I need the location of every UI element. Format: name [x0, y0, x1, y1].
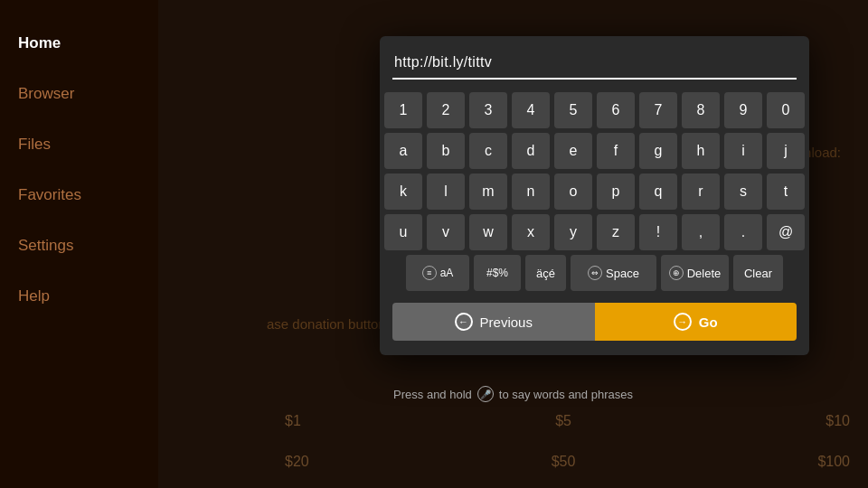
key-p[interactable]: p — [597, 174, 635, 210]
key-t[interactable]: t — [767, 174, 805, 210]
sidebar-item-files[interactable]: Files — [0, 119, 158, 170]
key-at[interactable]: @ — [767, 214, 805, 250]
go-icon: → — [674, 313, 692, 331]
previous-button[interactable]: ← Previous — [392, 303, 595, 341]
key-period[interactable]: . — [724, 214, 762, 250]
key-delete[interactable]: ⊕ Delete — [661, 255, 729, 291]
key-y[interactable]: y — [554, 214, 592, 250]
key-i[interactable]: i — [724, 133, 762, 169]
amounts-row-1: $1 $5 $10 — [285, 413, 850, 429]
key-g[interactable]: g — [639, 133, 677, 169]
key-accent[interactable]: äçé — [525, 255, 566, 291]
key-n[interactable]: n — [512, 174, 550, 210]
amounts-row-2: $20 $50 $100 — [285, 454, 850, 470]
key-s[interactable]: s — [724, 174, 762, 210]
key-b[interactable]: b — [427, 133, 465, 169]
sidebar-item-help[interactable]: Help — [0, 271, 158, 322]
key-6[interactable]: 6 — [597, 92, 635, 128]
key-a[interactable]: a — [384, 133, 422, 169]
main-content: s want to download: ase donation buttons… — [158, 0, 868, 488]
sidebar-item-favorites[interactable]: Favorites — [0, 170, 158, 221]
keyboard-dialog: 1 2 3 4 5 6 7 8 9 0 a b c d e f g h — [380, 36, 809, 355]
key-4[interactable]: 4 — [512, 92, 550, 128]
url-input[interactable] — [392, 51, 797, 80]
key-q[interactable]: q — [639, 174, 677, 210]
key-x[interactable]: x — [512, 214, 550, 250]
key-5[interactable]: 5 — [554, 92, 592, 128]
sidebar-item-browser[interactable]: Browser — [0, 69, 158, 119]
key-j[interactable]: j — [767, 133, 805, 169]
arrows-icon: ⇔ — [588, 266, 602, 280]
bg-text-donation: ase donation buttons: — [267, 316, 396, 332]
key-exclaim[interactable]: ! — [639, 214, 677, 250]
key-2[interactable]: 2 — [427, 92, 465, 128]
key-m[interactable]: m — [469, 174, 507, 210]
key-1[interactable]: 1 — [384, 92, 422, 128]
key-0[interactable]: 0 — [767, 92, 805, 128]
key-comma[interactable]: , — [682, 214, 720, 250]
row-k-t: k l m n o p q r s t — [392, 174, 797, 210]
key-z[interactable]: z — [597, 214, 635, 250]
nav-row: ← Previous → Go — [392, 303, 797, 341]
keyboard-grid: 1 2 3 4 5 6 7 8 9 0 a b c d e f g h — [392, 92, 797, 341]
key-7[interactable]: 7 — [639, 92, 677, 128]
key-9[interactable]: 9 — [724, 92, 762, 128]
key-hash[interactable]: #$% — [474, 255, 521, 291]
sidebar-item-home[interactable]: Home — [0, 18, 158, 69]
key-3[interactable]: 3 — [469, 92, 507, 128]
key-h[interactable]: h — [682, 133, 720, 169]
menu-icon: ≡ — [422, 266, 437, 280]
numbers-row: 1 2 3 4 5 6 7 8 9 0 — [392, 92, 797, 128]
key-v[interactable]: v — [427, 214, 465, 250]
delete-icon: ⊕ — [669, 266, 684, 280]
sidebar-item-settings[interactable]: Settings — [0, 221, 158, 271]
key-space[interactable]: ⇔ Space — [571, 255, 656, 291]
key-clear[interactable]: Clear — [733, 255, 783, 291]
sidebar: Home Browser Files Favorites Settings He… — [0, 0, 158, 488]
key-e[interactable]: e — [554, 133, 592, 169]
key-u[interactable]: u — [384, 214, 422, 250]
key-k[interactable]: k — [384, 174, 422, 210]
go-button[interactable]: → Go — [595, 303, 797, 341]
key-f[interactable]: f — [597, 133, 635, 169]
row-a-j: a b c d e f g h i j — [392, 133, 797, 169]
key-l[interactable]: l — [427, 174, 465, 210]
previous-icon: ← — [455, 313, 473, 331]
key-w[interactable]: w — [469, 214, 507, 250]
key-8[interactable]: 8 — [682, 92, 720, 128]
bottom-hint: Press and hold 🎤 to say words and phrase… — [158, 386, 868, 402]
key-o[interactable]: o — [554, 174, 592, 210]
key-aa-toggle[interactable]: ≡ aA — [406, 255, 469, 291]
key-r[interactable]: r — [682, 174, 720, 210]
row-u-at: u v w x y z ! , . @ — [392, 214, 797, 250]
key-c[interactable]: c — [469, 133, 507, 169]
mic-icon: 🎤 — [477, 386, 494, 402]
key-d[interactable]: d — [512, 133, 550, 169]
special-keys-row: ≡ aA #$% äçé ⇔ Space ⊕ Delete — [392, 255, 797, 291]
